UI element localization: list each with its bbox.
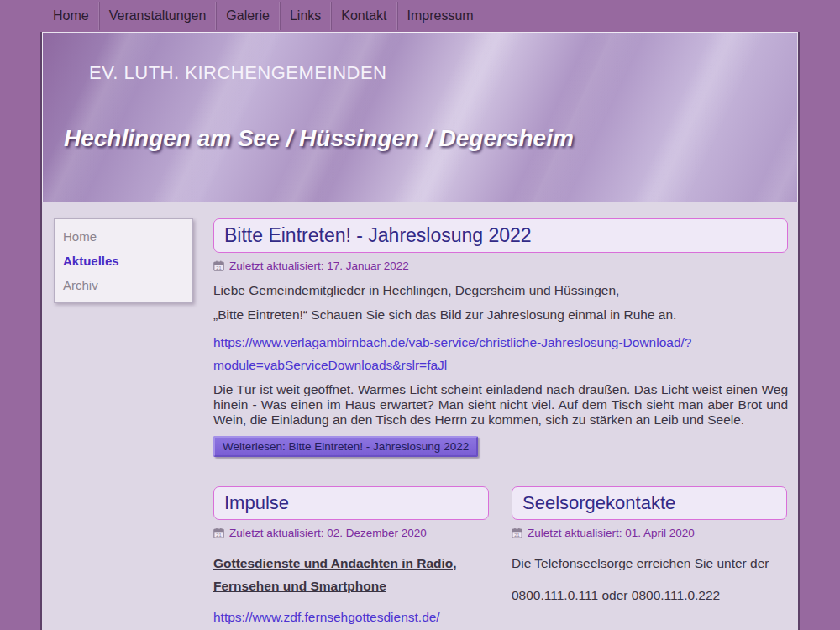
nav-item-kontakt[interactable]: Kontakt: [331, 2, 396, 30]
header-banner: EV. LUTH. KIRCHENGEMEINDEN Hechlingen am…: [42, 32, 798, 202]
impulse-link[interactable]: https://www.zdf.fernsehgottesdienst.de/: [213, 610, 489, 625]
sidebar-menu: Home Aktuelles Archiv: [54, 218, 193, 303]
bottom-columns: Impulse 21 Zuletzt aktualisiert: 02. Dez…: [213, 486, 788, 625]
site-slogan: Hechlingen am See / Hüssingen / Degershe…: [64, 125, 574, 152]
page-wrapper: EV. LUTH. KIRCHENGEMEINDEN Hechlingen am…: [40, 32, 800, 630]
impulse-updated-text: Zuletzt aktualisiert: 02. Dezember 2020: [229, 527, 427, 539]
impulse-title: Impulse: [213, 486, 489, 520]
seelsorge-updated-text: Zuletzt aktualisiert: 01. April 2020: [528, 527, 695, 539]
sidebar-item-aktuelles[interactable]: Aktuelles: [55, 249, 192, 273]
seelsorge-text: Die Telefonseelsorge erreichen Sie unter…: [512, 553, 787, 575]
nav-item-impressum[interactable]: Impressum: [397, 2, 483, 30]
content-area: Home Aktuelles Archiv Bitte Eintreten! -…: [42, 202, 798, 625]
svg-text:21: 21: [216, 533, 221, 538]
article-updated-row: 21 Zuletzt aktualisiert: 17. Januar 2022: [213, 260, 788, 272]
nav-item-veranstaltungen[interactable]: Veranstaltungen: [99, 2, 217, 30]
impulse-heading: Gottesdienste und Andachten in Radio, Fe…: [213, 553, 489, 597]
nav-item-home[interactable]: Home: [44, 2, 99, 30]
sidebar-item-home[interactable]: Home: [55, 224, 192, 249]
top-navigation: Home Veranstaltungen Galerie Links Konta…: [0, 0, 840, 32]
seelsorge-column: Seelsorgekontakte 21 Zuletzt aktualisier…: [512, 486, 787, 625]
readmore-button[interactable]: Weiterlesen: Bitte Eintreten! - Jahreslo…: [213, 436, 478, 457]
calendar-icon: 21: [213, 260, 224, 271]
impulse-column: Impulse 21 Zuletzt aktualisiert: 02. Dez…: [213, 486, 489, 625]
seelsorge-title: Seelsorgekontakte: [512, 486, 787, 520]
svg-text:21: 21: [216, 265, 221, 270]
article-paragraph-1: Liebe Gemeindemitglieder in Hechlingen, …: [213, 283, 788, 298]
article-download-link[interactable]: https://www.verlagambirnbach.de/vab-serv…: [213, 331, 788, 376]
seelsorge-phone-numbers: 0800.111.0.111 oder 0800.111.0.222: [512, 588, 787, 603]
seelsorge-updated-row: 21 Zuletzt aktualisiert: 01. April 2020: [512, 527, 787, 539]
svg-text:21: 21: [514, 533, 519, 538]
nav-item-links[interactable]: Links: [280, 2, 331, 30]
calendar-icon: 21: [213, 528, 224, 538]
main-column: Bitte Eintreten! - Jahreslosung 2022 21 …: [213, 218, 788, 625]
article-paragraph-2: „Bitte Eintreten!“ Schauen Sie sich das …: [213, 307, 788, 323]
impulse-updated-row: 21 Zuletzt aktualisiert: 02. Dezember 20…: [213, 527, 489, 539]
sidebar-item-archiv[interactable]: Archiv: [55, 273, 192, 297]
site-title: EV. LUTH. KIRCHENGEMEINDEN: [89, 62, 386, 84]
article-body-paragraph: Die Tür ist weit geöffnet. Warmes Licht …: [213, 382, 788, 428]
article-updated-text: Zuletzt aktualisiert: 17. Januar 2022: [229, 260, 409, 272]
nav-item-galerie[interactable]: Galerie: [216, 2, 280, 30]
calendar-icon: 21: [512, 528, 522, 538]
article-title: Bitte Eintreten! - Jahreslosung 2022: [213, 218, 788, 253]
